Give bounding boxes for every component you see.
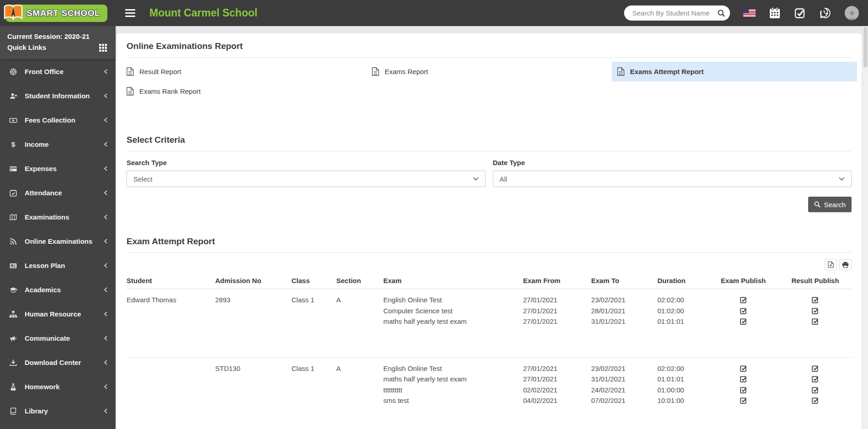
- table-export-toolbar: x: [127, 259, 852, 270]
- exam-from-dates: 27/01/2021 27/01/2021 02/02/2021 04/02/2…: [523, 357, 591, 410]
- credit-card-icon: [9, 165, 18, 173]
- calendar-check-icon: [9, 189, 18, 197]
- sidebar-item-expenses[interactable]: Expenses: [0, 156, 116, 181]
- checked-checkbox-icon: [811, 365, 819, 372]
- sidebar-item-human-resource[interactable]: Human Resource: [0, 302, 116, 326]
- report-link-exams-report[interactable]: Exams Report: [366, 62, 612, 81]
- top-navbar: SMART SCHOOL Mount Carmel School: [0, 0, 868, 26]
- report-link-exams-attempt-report[interactable]: Exams Attempt Report: [612, 62, 857, 81]
- svg-text:$: $: [11, 140, 16, 148]
- col-exam-publish: Exam Publish: [708, 272, 779, 289]
- col-admission-no: Admission No: [215, 272, 291, 289]
- navbar-actions: [624, 5, 868, 21]
- main-content: Online Examinations Report Result Report…: [116, 26, 863, 429]
- report-links: Result Report Exams Report Exams Attempt…: [121, 62, 857, 101]
- select-criteria-title: Select Criteria: [127, 127, 852, 151]
- current-session-label: Current Session: 2020-21: [7, 31, 108, 42]
- col-exam: Exam: [383, 272, 523, 289]
- sidebar-item-income[interactable]: $ Income: [0, 132, 116, 156]
- graduation-cap-icon: [9, 286, 18, 294]
- file-icon: [127, 67, 134, 76]
- rss-icon: [9, 237, 18, 246]
- excel-file-icon: x: [828, 261, 834, 268]
- quick-links-grid-icon[interactable]: [98, 43, 108, 53]
- sidebar-item-student-information[interactable]: Student Information: [0, 84, 116, 108]
- bullhorn-icon: [9, 334, 18, 343]
- print-button[interactable]: [839, 259, 852, 270]
- search-type-select[interactable]: Select: [127, 171, 486, 187]
- chevron-left-icon: [104, 263, 107, 268]
- newspaper-icon: [9, 262, 18, 270]
- sidebar-item-academics[interactable]: Academics: [0, 278, 116, 302]
- sidebar-item-communicate[interactable]: Communicate: [0, 326, 116, 350]
- chevron-left-icon: [104, 214, 107, 220]
- sidebar-item-library[interactable]: Library: [0, 399, 116, 423]
- quick-links-label: Quick Links: [7, 42, 46, 53]
- scrollbar-thumb[interactable]: [863, 27, 868, 67]
- col-section: Section: [336, 272, 383, 289]
- file-icon: [127, 87, 134, 96]
- sidebar-item-front-office[interactable]: Front Office: [0, 59, 116, 84]
- dollar-icon: $: [9, 140, 18, 149]
- book-icon: [9, 407, 18, 415]
- table-row: STD130 Class 1 A English Online Test mat…: [127, 357, 852, 410]
- result-publish-flags: [779, 289, 852, 358]
- date-type-field: Date Type All: [493, 159, 852, 187]
- file-icon: [617, 67, 625, 76]
- chevron-left-icon: [104, 93, 107, 98]
- sidebar-item-homework[interactable]: Homework: [0, 375, 116, 399]
- class-value: Class 1: [291, 363, 336, 374]
- checked-checkbox-icon: [811, 386, 819, 394]
- col-exam-from: Exam From: [523, 272, 591, 289]
- app-logo[interactable]: SMART SCHOOL: [5, 5, 107, 22]
- col-exam-to: Exam To: [591, 272, 657, 289]
- checked-checkbox-icon: [740, 397, 747, 404]
- menu-toggle-button[interactable]: [123, 7, 137, 19]
- exam-durations: 02:02:00 01:02:00 01:01:01: [657, 289, 708, 358]
- exam-attempt-report-title: Exam Attempt Report: [127, 229, 852, 253]
- exam-names: English Online Test maths half yearly te…: [383, 357, 523, 410]
- exam-publish-flags: [708, 289, 779, 358]
- admission-no: STD130: [215, 363, 291, 374]
- export-excel-button[interactable]: x: [825, 259, 837, 270]
- sidebar-item-online-examinations[interactable]: Online Examinations: [0, 229, 116, 253]
- language-flag-icon[interactable]: [743, 9, 756, 17]
- printer-icon: [842, 262, 849, 268]
- user-avatar-icon[interactable]: [845, 6, 859, 20]
- section-value: A: [336, 295, 383, 306]
- chevron-left-icon: [104, 336, 107, 341]
- brand-area: SMART SCHOOL: [0, 5, 116, 22]
- sidebar-item-lesson-plan[interactable]: Lesson Plan: [0, 253, 116, 278]
- todo-check-icon[interactable]: [794, 7, 806, 19]
- table-header-row: Student Admission No Class Section Exam …: [127, 272, 852, 289]
- page-title: Online Examinations Report: [127, 33, 852, 58]
- student-search-box: [624, 5, 730, 21]
- checked-checkbox-icon: [811, 307, 819, 315]
- checked-checkbox-icon: [740, 296, 747, 304]
- checked-checkbox-icon: [740, 317, 747, 325]
- whatsapp-icon[interactable]: [819, 7, 831, 19]
- date-type-select[interactable]: All: [493, 171, 852, 187]
- map-icon: [9, 213, 18, 221]
- chevron-left-icon: [104, 311, 107, 316]
- search-icon[interactable]: [716, 8, 726, 18]
- student-name: Edward Thomas: [127, 295, 215, 306]
- report-link-exams-rank-report[interactable]: Exams Rank Report: [121, 81, 366, 101]
- sidebar-item-examinations[interactable]: Examinations: [0, 205, 116, 229]
- calendar-icon[interactable]: [769, 7, 781, 19]
- report-link-result-report[interactable]: Result Report: [121, 62, 366, 81]
- checked-checkbox-icon: [811, 317, 819, 325]
- search-button[interactable]: Search: [808, 197, 852, 212]
- chevron-left-icon: [104, 239, 107, 244]
- col-duration: Duration: [657, 272, 708, 289]
- col-student: Student: [127, 272, 215, 289]
- sidebar-item-download-center[interactable]: Download Center: [0, 350, 116, 375]
- chevron-down-icon: [473, 177, 479, 181]
- sidebar-item-fees-collection[interactable]: Fees Collection: [0, 108, 116, 132]
- sidebar-item-attendance[interactable]: Attendance: [0, 181, 116, 205]
- file-icon: [372, 67, 379, 76]
- checked-checkbox-icon: [811, 397, 819, 404]
- chevron-left-icon: [104, 287, 107, 292]
- student-search-input[interactable]: [631, 9, 716, 17]
- chevron-left-icon: [104, 384, 107, 389]
